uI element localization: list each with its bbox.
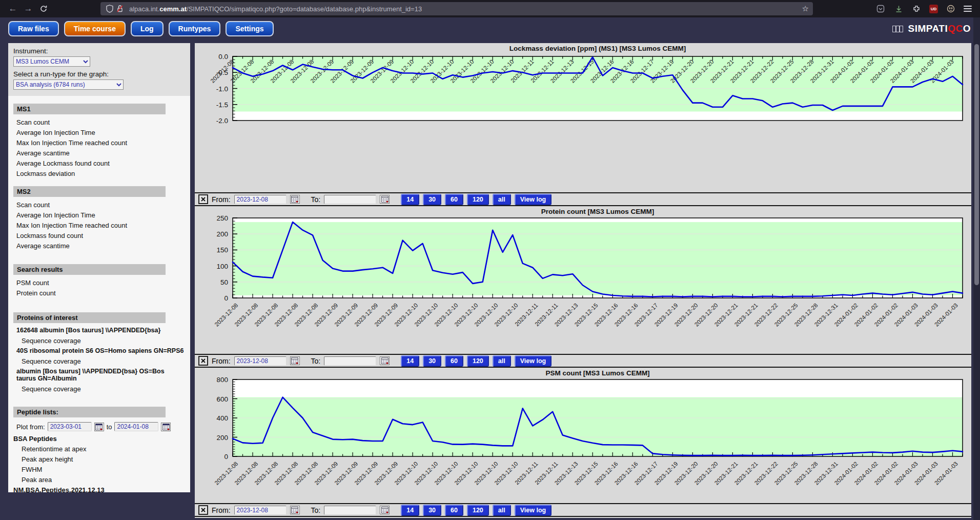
svg-text:100: 100	[216, 263, 228, 270]
metric-ms1-avg-ion-injection-time[interactable]: Average Ion Injection Time	[8, 127, 190, 137]
metric-psm-count[interactable]: PSM count	[8, 277, 190, 288]
range-120-button[interactable]: 120	[467, 505, 489, 516]
view-log-button[interactable]: View log	[515, 355, 552, 367]
peptide-list-name[interactable]: BSA Peptides	[8, 433, 190, 444]
range-60-button[interactable]: 60	[445, 194, 463, 205]
protein-entry[interactable]: albumin [Bos taurus] \\APPENDED{bsa} OS=…	[8, 367, 190, 384]
peptide-metric-retentiontime[interactable]: Retentiontime at apex	[8, 444, 190, 454]
section-header-ms2: MS2	[13, 186, 166, 197]
runtypes-button[interactable]: Runtypes	[169, 21, 221, 36]
runtype-select[interactable]: BSA analysis (6784 runs)	[13, 79, 124, 90]
calendar-icon[interactable]	[290, 506, 300, 514]
metric-ms1-avg-lockmass-found[interactable]: Average Lockmass found count	[8, 158, 190, 168]
save-to-pocket-icon[interactable]	[875, 4, 886, 14]
metric-ms2-avg-scantime[interactable]: Average scantime	[8, 241, 190, 251]
range-60-button[interactable]: 60	[445, 505, 463, 516]
app-logo: SIMPATIQCO	[892, 23, 971, 34]
protein-entry[interactable]: 162648 albumin [Bos taurus] \\APPENDED{b…	[8, 326, 190, 335]
back-icon[interactable]: ←	[5, 2, 21, 15]
close-icon[interactable]	[198, 505, 208, 515]
protein-sequence-coverage[interactable]: Sequence coverage	[8, 335, 190, 346]
to-label: to	[107, 423, 112, 431]
view-log-button[interactable]: View log	[515, 505, 552, 516]
peptide-metric-peak-apex-height[interactable]: Peak apex height	[8, 454, 190, 464]
range-all-button[interactable]: all	[493, 194, 511, 205]
to-date-input[interactable]	[324, 506, 376, 515]
peptide-from-date-input[interactable]	[48, 422, 92, 431]
view-log-button[interactable]: View log	[515, 194, 552, 205]
calendar-icon[interactable]	[380, 506, 390, 514]
close-icon[interactable]	[198, 194, 208, 204]
lockmass-deviation-chart: Lockmass deviation [ppm] (MS1) [MS3 Lumo…	[195, 43, 971, 192]
svg-text:PSM count [MS3 Lumos CEMM]: PSM count [MS3 Lumos CEMM]	[545, 369, 649, 377]
metric-ms1-avg-scantime[interactable]: Average scantime	[8, 148, 190, 158]
protein-sequence-coverage[interactable]: Sequence coverage	[8, 384, 190, 394]
calendar-icon[interactable]	[290, 195, 300, 204]
addon-icon[interactable]	[946, 4, 956, 14]
calendar-icon[interactable]	[290, 356, 300, 365]
range-30-button[interactable]: 30	[423, 194, 441, 205]
extension-puzzle-icon[interactable]	[911, 4, 922, 14]
range-120-button[interactable]: 120	[467, 194, 489, 205]
from-label: From:	[212, 195, 231, 204]
range-14-button[interactable]: 14	[401, 194, 419, 205]
calendar-icon[interactable]	[94, 423, 104, 431]
protein-count-chart: Protein count [MS3 Lumos CEMM]0501001502…	[195, 206, 971, 354]
peptide-to-date-input[interactable]	[114, 422, 158, 431]
metric-ms1-scan-count[interactable]: Scan count	[8, 117, 190, 127]
settings-button[interactable]: Settings	[226, 21, 273, 36]
range-14-button[interactable]: 14	[401, 355, 419, 367]
calendar-icon[interactable]	[380, 356, 390, 365]
to-date-input[interactable]	[324, 356, 376, 366]
metric-ms2-max-iit-reached[interactable]: Max Ion Injection Time reached count	[8, 220, 190, 230]
range-30-button[interactable]: 30	[423, 505, 441, 516]
range-120-button[interactable]: 120	[467, 355, 489, 367]
instrument-box: Instrument: MS3 Lumos CEMM Select a run-…	[8, 43, 190, 96]
range-14-button[interactable]: 14	[401, 505, 419, 516]
insecure-lock-icon[interactable]	[115, 4, 125, 14]
reload-icon[interactable]	[36, 2, 51, 15]
shield-icon[interactable]	[105, 4, 115, 14]
close-icon[interactable]	[198, 356, 208, 366]
peptide-list-name[interactable]: NM.BSA.Peptides.2021.12.13	[8, 485, 190, 492]
ublock-icon[interactable]: UD	[929, 5, 938, 13]
calendar-icon[interactable]	[380, 195, 390, 204]
range-all-button[interactable]: all	[493, 505, 511, 516]
svg-text:150: 150	[216, 246, 228, 254]
page-scrollbar[interactable]	[973, 17, 980, 520]
download-icon[interactable]	[893, 4, 904, 14]
range-60-button[interactable]: 60	[445, 355, 463, 367]
range-30-button[interactable]: 30	[423, 355, 441, 367]
psm-chart-controls: From: To: 14 30 60 120 all View log	[195, 503, 971, 517]
protein-sequence-coverage[interactable]: Sequence coverage	[8, 356, 190, 367]
time-course-button[interactable]: Time course	[64, 21, 126, 36]
bookmark-star-icon[interactable]: ☆	[802, 4, 809, 13]
scrollbar-thumb[interactable]	[974, 44, 979, 285]
metric-ms1-lockmass-deviation[interactable]: Lockmass deviation	[8, 168, 190, 178]
metric-ms2-scan-count[interactable]: Scan count	[8, 199, 190, 210]
metric-protein-count[interactable]: Protein count	[8, 288, 190, 298]
charts-panel: Lockmass deviation [ppm] (MS1) [MS3 Lumo…	[195, 43, 971, 518]
peptide-metric-peak-area[interactable]: Peak area	[8, 474, 190, 485]
range-all-button[interactable]: all	[493, 355, 511, 367]
from-date-input[interactable]	[234, 195, 287, 204]
brand-text: SIMPATIQCO	[908, 23, 971, 34]
metric-ms2-lockmass-found[interactable]: Lockmass found count	[8, 230, 190, 241]
metric-ms1-max-iit-reached[interactable]: Max Ion Injection Time reached count	[8, 137, 190, 148]
to-date-input[interactable]	[324, 195, 376, 204]
calendar-icon[interactable]	[161, 423, 171, 431]
url-bar[interactable]: alpaca.int.cemm.at/SIMPATIQCO/simpatiqco…	[100, 2, 813, 15]
url-text[interactable]: alpaca.int.cemm.at/SIMPATIQCO/simpatiqco…	[129, 5, 799, 13]
protein-entry[interactable]: 40S ribosomal protein S6 OS=Homo sapiens…	[8, 346, 190, 356]
browser-extension-area: UD	[875, 4, 975, 14]
log-button[interactable]: Log	[131, 21, 164, 36]
forward-icon[interactable]: →	[21, 2, 36, 15]
menu-icon[interactable]	[964, 6, 972, 12]
peptide-metric-fwhm[interactable]: FWHM	[8, 464, 190, 474]
from-date-input[interactable]	[234, 506, 287, 515]
metric-ms2-avg-ion-injection-time[interactable]: Average Ion Injection Time	[8, 210, 190, 220]
instrument-select[interactable]: MS3 Lumos CEMM	[13, 56, 90, 67]
from-date-input[interactable]	[234, 356, 287, 366]
svg-text:0: 0	[224, 453, 228, 461]
raw-files-button[interactable]: Raw files	[8, 21, 59, 36]
